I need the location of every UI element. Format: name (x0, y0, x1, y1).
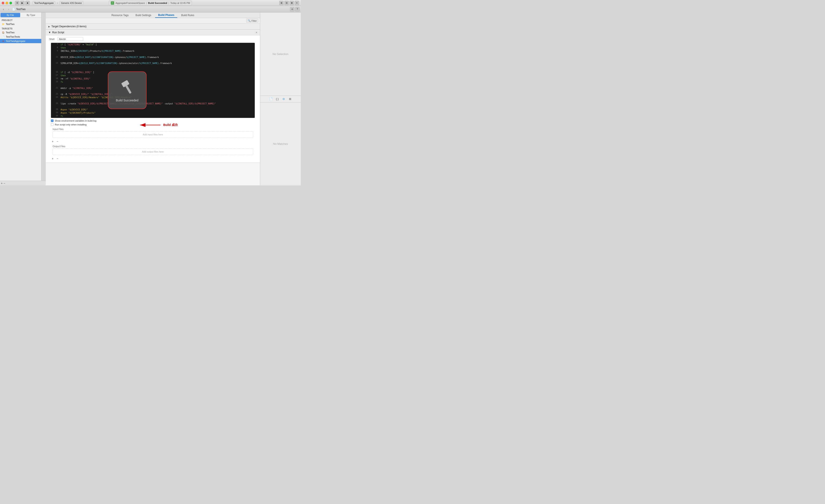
run-button[interactable]: ▶ (20, 1, 24, 5)
help-button[interactable]: ? (295, 7, 299, 11)
code-editor[interactable]: 7if [ "${ACTION}" = "build" ] 8then 9INS… (51, 43, 255, 118)
input-add-button[interactable]: + (51, 140, 54, 143)
tab-build-settings[interactable]: Build Settings (133, 13, 154, 18)
nav-back-button[interactable]: ‹ (1, 7, 6, 11)
maximize-button[interactable] (9, 2, 12, 4)
target-dependencies-section: ▶ Target Dependencies (0 items) (46, 24, 260, 30)
target-item-1[interactable]: 🏠 TestTwo (0, 30, 41, 34)
inspector-toggle[interactable]: ⊙ (290, 7, 294, 11)
run-script-label: Run Script (52, 31, 64, 34)
inspector-no-selection: No Selection (260, 12, 301, 95)
build-success-box: Build Succeeded (108, 72, 147, 109)
tab-build-rules[interactable]: Build Rules (178, 13, 197, 18)
filter-button[interactable]: 🔍 Filter (246, 19, 258, 23)
shell-input[interactable] (57, 37, 83, 41)
target-1-label: TestTwo (6, 31, 14, 34)
project-item[interactable]: 📁 TestTwo (0, 22, 41, 26)
run-only-label: Run script only when installing (55, 123, 87, 126)
filter-icon: 🔍 (248, 19, 251, 22)
inspector-tab-circle[interactable]: ⊙ (282, 97, 286, 101)
titlebar: ☰ ▶ ■ TestTwoAggregate › Generic iOS Dev… (0, 0, 301, 6)
panel-toggle-right[interactable]: ⊠ (290, 1, 294, 5)
build-time: Today at 10:45 PM (170, 2, 190, 4)
content-area: Resource Tags Build Settings Build Phase… (46, 12, 260, 186)
input-files-placeholder: Add input files here (143, 133, 163, 136)
targets-section-label: TARGETS (0, 26, 41, 30)
svg-rect-0 (121, 80, 130, 87)
left-panel-bottom: + − (0, 181, 46, 186)
output-files-label: Output Files (53, 145, 253, 148)
build-annotation: Build 成功 (138, 120, 178, 130)
show-env-checkbox[interactable]: ✓ (51, 120, 54, 122)
no-matches-label: No Matches (273, 142, 288, 145)
run-script-disclosure-icon: ▼ (48, 31, 51, 34)
phases-content: ▶ Target Dependencies (0 items) ▼ Run Sc… (46, 24, 260, 186)
tab-build-phases[interactable]: Build Phases (155, 13, 177, 18)
shell-label: Shell (49, 38, 56, 41)
stop-button[interactable]: ■ (25, 1, 30, 5)
run-only-checkbox[interactable] (51, 123, 54, 126)
tab-label-left: TestTwoAggregate (34, 2, 54, 4)
run-script-body: Shell 7if [ "${ACTION}" = "build" ] 8the… (46, 35, 260, 163)
right-inspector: No Selection 📄 { } ⊙ ⊞ No Matches (260, 12, 301, 186)
inspector-tab-props[interactable]: { } (275, 97, 280, 101)
panel-toggle-left[interactable]: ⊞ (279, 1, 284, 5)
run-script-close-icon[interactable]: × (256, 31, 257, 34)
build-success-label: Build Succeeded (116, 98, 138, 102)
build-status-bar: ✓ AggregateFrameworkSpace | Build Succee… (109, 1, 192, 5)
tab-resource-tags[interactable]: Resource Tags (108, 13, 132, 18)
output-remove-button[interactable]: − (56, 157, 59, 160)
inspector-tab-file[interactable]: 📄 (269, 97, 273, 101)
input-files-area: Add input files here (53, 131, 253, 138)
annotation-text: Build 成功 (163, 123, 178, 127)
output-files-area: Add output files here (53, 148, 253, 155)
run-script-header[interactable]: ▼ Run Script × (46, 30, 260, 35)
project-section-label: PROJECT (0, 18, 41, 22)
hammer-icon (120, 79, 135, 96)
svg-rect-1 (125, 85, 132, 94)
inspector-no-matches: No Matches (260, 102, 301, 186)
output-files-placeholder: Add output files here (142, 150, 164, 153)
file-navigator: By File By Type PROJECT 📁 TestTwo TARGET… (0, 12, 42, 181)
output-add-button[interactable]: + (51, 157, 54, 160)
titlebar-controls: ☰ ▶ ■ (15, 1, 30, 5)
input-remove-button[interactable]: − (56, 140, 59, 143)
add-target-btn[interactable]: + (1, 182, 3, 185)
target-item-2[interactable]: 📄 TestTwoTests (0, 34, 41, 39)
build-success-overlay: Build Succeeded (108, 72, 147, 109)
breadcrumb-label: TestTwo (16, 8, 25, 11)
panel-toggle-center[interactable]: ⊟ (285, 1, 289, 5)
by-file-tab[interactable]: By File (0, 13, 20, 17)
close-button[interactable] (2, 2, 4, 4)
tab-label-right: Generic iOS Device (61, 2, 82, 4)
app-icon: 🏠 (2, 31, 5, 34)
output-files-controls: + − (49, 156, 256, 161)
inspector-tabs: 📄 { } ⊙ ⊞ (260, 96, 301, 102)
filter-label: Filter (251, 19, 257, 22)
left-panel-top: By File By Type PROJECT 📁 TestTwo TARGET… (0, 12, 46, 181)
target-item-3[interactable]: ⊕ TestTwoAggregate (0, 39, 41, 43)
build-status-text: Build Succeeded (148, 2, 167, 4)
minimize-button[interactable] (6, 2, 8, 4)
input-files-controls: + − (49, 139, 256, 144)
project-name: TestTwo (6, 23, 14, 25)
target-2-label: TestTwoTests (6, 35, 20, 38)
secondary-toolbar: ‹ › 📄 TestTwo ⊙ ? (0, 6, 301, 12)
panel-toggle-extra[interactable]: ≡ (295, 1, 299, 5)
nav-forward-button[interactable]: › (6, 7, 11, 11)
remove-target-btn[interactable]: − (3, 182, 5, 185)
test-icon: 📄 (2, 35, 5, 38)
target-deps-label: Target Dependencies (0 items) (51, 25, 86, 28)
status-aggregate: AggregateFrameworkSpace (116, 2, 145, 4)
target-3-label: TestTwoAggregate (6, 40, 25, 42)
by-type-tab[interactable]: By Type (21, 13, 41, 17)
show-env-label: Show environment variables in build log (55, 120, 96, 122)
sidebar-toggle[interactable]: ☰ (15, 1, 19, 5)
left-panel: By File By Type PROJECT 📁 TestTwo TARGET… (0, 12, 46, 186)
filter-bar: 🔍 Filter (46, 18, 260, 24)
target-dependencies-header[interactable]: ▶ Target Dependencies (0 items) (46, 24, 260, 29)
titlebar-center: ✓ AggregateFrameworkSpace | Build Succee… (109, 1, 192, 5)
shell-row: Shell (49, 37, 256, 41)
inspector-tab-grid[interactable]: ⊞ (288, 97, 293, 101)
run-script-section: ▼ Run Script × Shell 7if [ "${ACTION}" =… (46, 30, 260, 163)
